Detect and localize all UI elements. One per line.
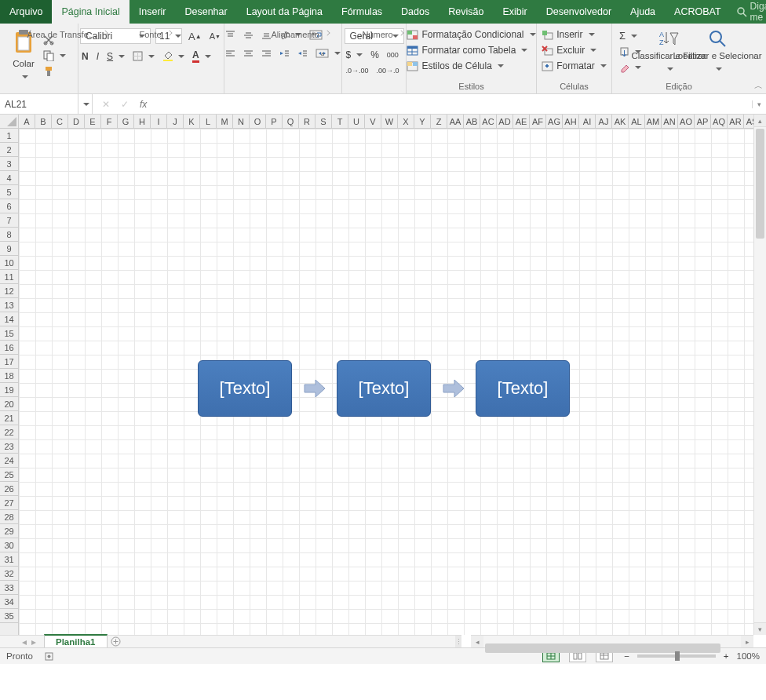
col-header-AD[interactable]: AD bbox=[497, 115, 513, 128]
col-header-AC[interactable]: AC bbox=[480, 115, 497, 128]
col-header-L[interactable]: L bbox=[200, 115, 217, 128]
italic-button[interactable]: I bbox=[95, 50, 100, 63]
col-header-Y[interactable]: Y bbox=[414, 115, 431, 128]
row-header-33[interactable]: 33 bbox=[0, 581, 18, 595]
row-header-4[interactable]: 4 bbox=[0, 171, 18, 185]
col-header-G[interactable]: G bbox=[118, 115, 134, 128]
smartart-box-3[interactable]: [Texto] bbox=[476, 360, 570, 417]
font-color-button[interactable]: A bbox=[191, 49, 213, 64]
col-header-AG[interactable]: AG bbox=[546, 115, 563, 128]
fill-button[interactable] bbox=[618, 46, 643, 58]
scroll-thumb-vertical[interactable] bbox=[756, 129, 764, 239]
macro-record-button[interactable] bbox=[42, 651, 56, 662]
cells-area[interactable]: [Texto] [Texto] [Texto] bbox=[19, 129, 753, 635]
select-all-button[interactable] bbox=[0, 115, 19, 129]
decrease-font-button[interactable]: A▼ bbox=[208, 31, 222, 42]
col-header-S[interactable]: S bbox=[316, 115, 332, 128]
row-header-6[interactable]: 6 bbox=[0, 199, 18, 213]
tab-developer[interactable]: Desenvolvedor bbox=[537, 0, 621, 24]
decrease-decimal-button[interactable]: .00→.0 bbox=[375, 66, 401, 75]
col-header-U[interactable]: U bbox=[348, 115, 365, 128]
align-left-button[interactable] bbox=[224, 49, 237, 59]
col-header-P[interactable]: P bbox=[266, 115, 283, 128]
tab-formulas[interactable]: Fórmulas bbox=[332, 0, 392, 24]
row-header-17[interactable]: 17 bbox=[0, 355, 18, 369]
col-header-AQ[interactable]: AQ bbox=[711, 115, 728, 128]
col-header-AA[interactable]: AA bbox=[447, 115, 464, 128]
row-header-19[interactable]: 19 bbox=[0, 383, 18, 397]
col-header-W[interactable]: W bbox=[381, 115, 398, 128]
col-header-Q[interactable]: Q bbox=[283, 115, 299, 128]
col-header-AH[interactable]: AH bbox=[563, 115, 579, 128]
row-header-30[interactable]: 30 bbox=[0, 538, 18, 552]
row-header-11[interactable]: 11 bbox=[0, 270, 18, 284]
delete-cells-button[interactable]: Excluir bbox=[540, 44, 598, 57]
align-top-button[interactable] bbox=[224, 29, 237, 41]
col-header-N[interactable]: N bbox=[233, 115, 250, 128]
formula-bar-expand[interactable]: ▾ bbox=[752, 100, 766, 108]
row-header-31[interactable]: 31 bbox=[0, 552, 18, 567]
increase-decimal-button[interactable]: .0→.00 bbox=[345, 66, 370, 75]
row-header-21[interactable]: 21 bbox=[0, 411, 18, 425]
tab-insert[interactable]: Inserir bbox=[129, 0, 176, 24]
scroll-thumb-horizontal[interactable] bbox=[485, 643, 720, 653]
zoom-slider-knob[interactable] bbox=[675, 651, 680, 661]
col-header-T[interactable]: T bbox=[332, 115, 348, 128]
col-header-B[interactable]: B bbox=[35, 115, 52, 128]
row-header-35[interactable]: 35 bbox=[0, 609, 18, 623]
row-header-1[interactable]: 1 bbox=[0, 129, 18, 143]
col-header-AI[interactable]: AI bbox=[579, 115, 596, 128]
row-headers[interactable]: 1234567891011121314151617181920212223242… bbox=[0, 129, 19, 635]
clear-button[interactable] bbox=[618, 61, 643, 74]
smartart-arrow-2[interactable] bbox=[442, 377, 465, 400]
autosum-button[interactable]: Σ bbox=[618, 29, 639, 42]
scroll-left-button[interactable]: ◂ bbox=[471, 636, 483, 647]
tab-data[interactable]: Dados bbox=[392, 0, 439, 24]
col-header-AP[interactable]: AP bbox=[695, 115, 711, 128]
horizontal-scrollbar[interactable]: ◂ ▸ bbox=[471, 635, 753, 647]
fill-color-button[interactable] bbox=[161, 50, 186, 63]
scroll-right-button[interactable]: ▸ bbox=[741, 636, 753, 647]
row-header-34[interactable]: 34 bbox=[0, 595, 18, 609]
row-header-24[interactable]: 24 bbox=[0, 454, 18, 468]
row-header-8[interactable]: 8 bbox=[0, 228, 18, 242]
format-as-table-button[interactable]: Formatar como Tabela bbox=[405, 44, 529, 57]
thousands-button[interactable]: 000 bbox=[385, 50, 400, 60]
conditional-formatting-button[interactable]: Formatação Condicional bbox=[405, 28, 537, 41]
row-header-5[interactable]: 5 bbox=[0, 185, 18, 199]
row-header-18[interactable]: 18 bbox=[0, 369, 18, 383]
row-header-23[interactable]: 23 bbox=[0, 439, 18, 454]
align-middle-button[interactable] bbox=[242, 29, 255, 41]
col-header-AE[interactable]: AE bbox=[513, 115, 530, 128]
scroll-up-button[interactable]: ▴ bbox=[754, 115, 766, 127]
tab-page-layout[interactable]: Layout da Página bbox=[237, 0, 332, 24]
currency-button[interactable]: $ bbox=[345, 49, 365, 61]
row-header-20[interactable]: 20 bbox=[0, 397, 18, 411]
format-painter-button[interactable] bbox=[42, 65, 67, 78]
formula-input[interactable] bbox=[156, 94, 752, 114]
smartart-box-2[interactable]: [Texto] bbox=[337, 360, 431, 417]
col-header-O[interactable]: O bbox=[250, 115, 266, 128]
row-header-9[interactable]: 9 bbox=[0, 242, 18, 256]
sheet-tab-1[interactable]: Planilha1 bbox=[44, 634, 108, 647]
find-select-button[interactable]: Localizar e Selecionar bbox=[695, 28, 740, 75]
tell-me-search[interactable]: Diga-me bbox=[731, 0, 766, 24]
smartart-arrow-1[interactable] bbox=[303, 377, 326, 400]
col-header-F[interactable]: F bbox=[101, 115, 118, 128]
row-header-25[interactable]: 25 bbox=[0, 468, 18, 482]
name-box-dropdown[interactable] bbox=[78, 94, 93, 114]
tab-view[interactable]: Exibir bbox=[493, 0, 536, 24]
row-header-14[interactable]: 14 bbox=[0, 312, 18, 326]
tab-help[interactable]: Ajuda bbox=[621, 0, 665, 24]
collapse-ribbon-button[interactable]: ︿ bbox=[754, 80, 763, 92]
row-header-13[interactable]: 13 bbox=[0, 298, 18, 312]
col-header-I[interactable]: I bbox=[151, 115, 167, 128]
tab-file[interactable]: Arquivo bbox=[0, 0, 52, 24]
col-header-AL[interactable]: AL bbox=[629, 115, 645, 128]
col-header-AM[interactable]: AM bbox=[645, 115, 662, 128]
vertical-scrollbar[interactable]: ▴ ▾ bbox=[753, 115, 766, 635]
zoom-slider[interactable] bbox=[637, 654, 716, 658]
col-header-AO[interactable]: AO bbox=[678, 115, 695, 128]
col-header-J[interactable]: J bbox=[167, 115, 184, 128]
row-header-15[interactable]: 15 bbox=[0, 326, 18, 341]
